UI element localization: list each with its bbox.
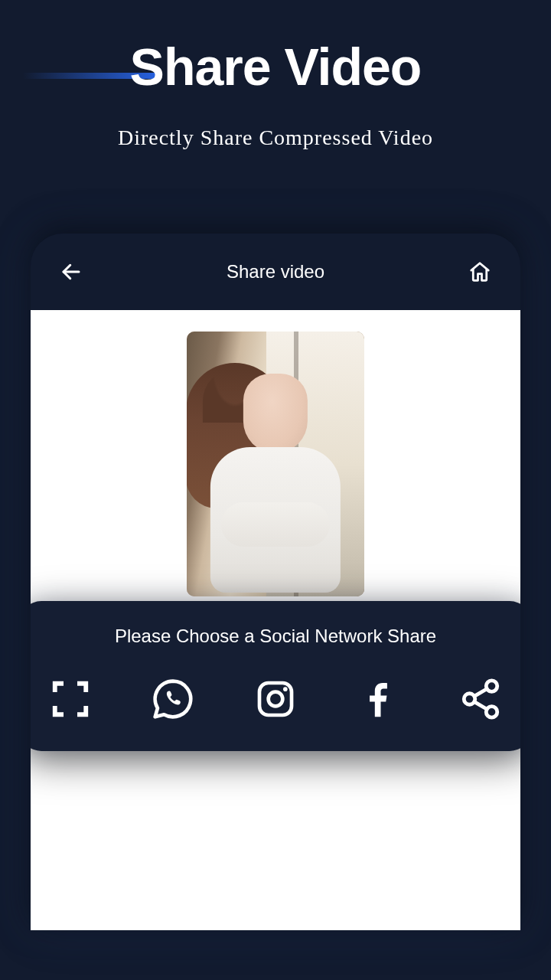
arrow-left-icon [60,260,83,283]
hero-subtitle: Directly Share Compressed Video [0,126,551,150]
fullscreen-icon [50,678,91,720]
app-header: Share video [31,234,520,310]
thumb-body [210,447,341,593]
instagram-icon [254,678,297,720]
share-icons-row [40,675,511,724]
svg-line-8 [474,702,487,710]
facebook-icon [357,678,399,720]
svg-point-3 [283,687,288,691]
home-button[interactable] [466,258,494,286]
screen-title: Share video [227,261,324,283]
hero-title: Share Video [0,0,551,96]
thumb-person [203,374,348,586]
share-more-button[interactable] [456,675,505,724]
content-area: Please Choose a Social Network Share [31,310,520,930]
whatsapp-button[interactable] [148,675,197,724]
video-thumbnail[interactable] [187,332,364,596]
thumb-head [243,374,308,453]
instagram-button[interactable] [251,675,300,724]
whatsapp-icon [152,678,194,720]
home-icon [468,260,491,283]
share-panel: Please Choose a Social Network Share [31,601,520,751]
facebook-button[interactable] [354,675,403,724]
share-icon [458,677,503,721]
fullscreen-button[interactable] [46,675,95,724]
share-panel-title: Please Choose a Social Network Share [40,626,511,647]
device-frame: Share video Please Choose a Social Netwo… [31,234,520,930]
back-button[interactable] [57,258,85,286]
thumb-arms [221,502,330,547]
svg-line-7 [474,689,487,697]
svg-point-2 [269,692,283,707]
